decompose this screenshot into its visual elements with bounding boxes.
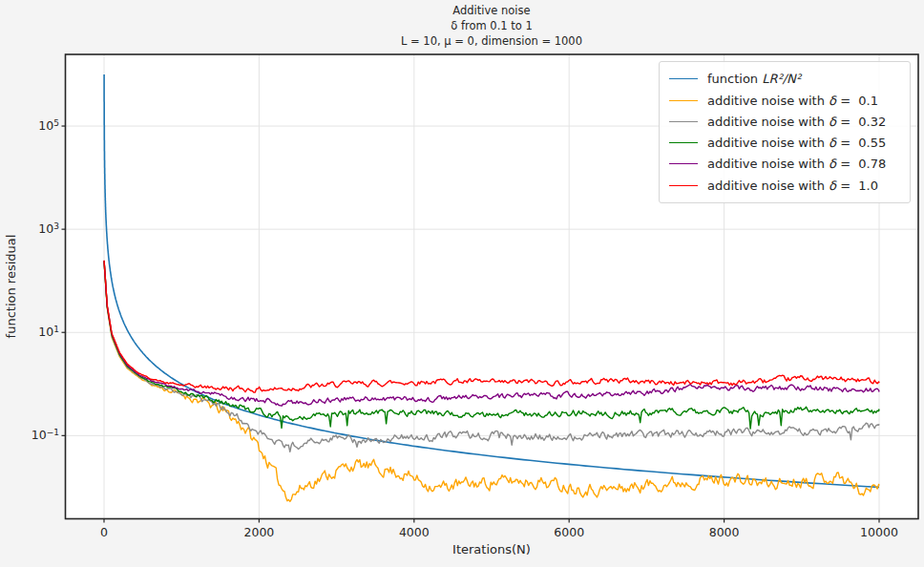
legend-line-swatch — [669, 100, 698, 101]
legend-item-3: additive noise with δ = 0.55 — [660, 136, 910, 150]
legend-line-swatch — [669, 163, 698, 164]
legend-item-5: additive noise with δ = 1.0 — [660, 178, 910, 193]
x-tick-label: 6000 — [536, 525, 602, 539]
legend-line-swatch — [669, 78, 698, 79]
legend-item-0: function LR²/N² — [660, 72, 910, 86]
legend-label: additive noise with δ = 1.0 — [707, 178, 878, 193]
legend: function LR²/N²additive noise with δ = 0… — [659, 61, 911, 203]
y-tick-label: 101 — [13, 324, 59, 339]
y-tick-label: 103 — [13, 220, 59, 236]
legend-item-1: additive noise with δ = 0.1 — [660, 94, 910, 108]
legend-line-swatch — [669, 121, 698, 122]
legend-line-swatch — [669, 185, 698, 186]
x-tick-label: 10000 — [846, 525, 913, 539]
legend-label: additive noise with δ = 0.32 — [707, 115, 886, 129]
x-axis-label: Iterations(N) — [65, 542, 918, 556]
legend-label: function LR²/N² — [707, 72, 801, 86]
legend-line-swatch — [669, 142, 698, 143]
title-line-3: L = 10, μ = 0, dimension = 1000 — [65, 33, 918, 49]
x-tick-label: 0 — [71, 525, 137, 539]
legend-item-2: additive noise with δ = 0.32 — [660, 115, 910, 129]
y-tick-label: 10−1 — [13, 427, 59, 442]
x-tick-label: 8000 — [691, 525, 758, 539]
legend-label: additive noise with δ = 0.78 — [707, 157, 886, 171]
legend-label: additive noise with δ = 0.55 — [707, 136, 886, 150]
y-tick-label: 105 — [13, 117, 59, 133]
legend-item-4: additive noise with δ = 0.78 — [660, 157, 910, 171]
x-tick-label: 2000 — [225, 525, 292, 539]
title-line-1: Additive noise — [65, 3, 918, 18]
title-line-2: δ from 0.1 to 1 — [65, 18, 918, 33]
legend-label: additive noise with δ = 0.1 — [707, 94, 878, 108]
title-block: Additive noise δ from 0.1 to 1 L = 10, μ… — [65, 3, 918, 49]
x-tick-label: 4000 — [381, 525, 448, 539]
figure: Additive noise δ from 0.1 to 1 L = 10, μ… — [0, 0, 924, 567]
